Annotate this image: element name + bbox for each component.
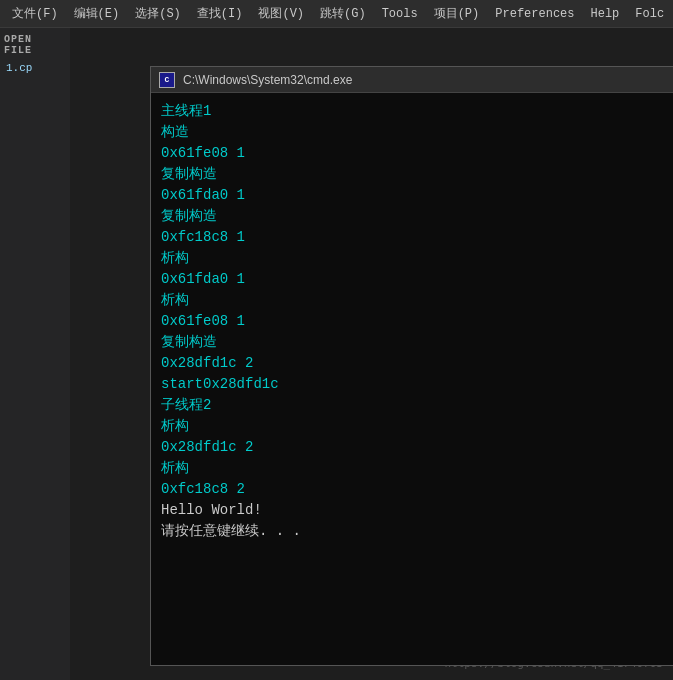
file-panel: OPEN FILE 1.cp bbox=[0, 28, 70, 680]
menu-item-p[interactable]: 项目(P) bbox=[426, 1, 488, 26]
cmd-line: 0x28dfd1c 2 bbox=[161, 353, 673, 374]
cmd-line: 复制构造 bbox=[161, 164, 673, 185]
cmd-line: 构造 bbox=[161, 122, 673, 143]
menu-item-help[interactable]: Help bbox=[583, 3, 628, 25]
cmd-line: 复制构造 bbox=[161, 206, 673, 227]
cmd-line: 析构 bbox=[161, 416, 673, 437]
editor-area: OPEN FILE 1.cp C C:\Windows\System32\cmd… bbox=[0, 28, 673, 680]
cmd-line: 复制构造 bbox=[161, 332, 673, 353]
menu-item-folc[interactable]: Folc bbox=[627, 3, 672, 25]
menubar: 文件(F)编辑(E)选择(S)查找(I)视图(V)跳转(G)Tools项目(P)… bbox=[0, 0, 673, 28]
cmd-line: 析构 bbox=[161, 290, 673, 311]
menu-item-s[interactable]: 选择(S) bbox=[127, 1, 189, 26]
cmd-line: start0x28dfd1c bbox=[161, 374, 673, 395]
file-item[interactable]: 1.cp bbox=[4, 60, 66, 76]
file-panel-title: OPEN FILE bbox=[4, 34, 66, 56]
cmd-line: 0x61fda0 1 bbox=[161, 185, 673, 206]
cmd-line: 0x61fe08 1 bbox=[161, 311, 673, 332]
cmd-line: 析构 bbox=[161, 458, 673, 479]
menu-item-v[interactable]: 视图(V) bbox=[250, 1, 312, 26]
cmd-window: C C:\Windows\System32\cmd.exe 主线程1构造0x61… bbox=[150, 66, 673, 666]
menu-item-i[interactable]: 查找(I) bbox=[189, 1, 251, 26]
main-editor: C C:\Windows\System32\cmd.exe 主线程1构造0x61… bbox=[70, 28, 673, 680]
menu-item-f[interactable]: 文件(F) bbox=[4, 1, 66, 26]
cmd-line: 0x61fda0 1 bbox=[161, 269, 673, 290]
cmd-line: Hello World! bbox=[161, 500, 673, 521]
cmd-titlebar: C C:\Windows\System32\cmd.exe bbox=[151, 67, 673, 93]
menu-item-preferences[interactable]: Preferences bbox=[487, 3, 582, 25]
cmd-icon: C bbox=[159, 72, 175, 88]
menu-item-e[interactable]: 编辑(E) bbox=[66, 1, 128, 26]
cmd-line: 0x28dfd1c 2 bbox=[161, 437, 673, 458]
cmd-line: 0xfc18c8 1 bbox=[161, 227, 673, 248]
cmd-line: 主线程1 bbox=[161, 101, 673, 122]
cmd-line: 析构 bbox=[161, 248, 673, 269]
cmd-line: 0xfc18c8 2 bbox=[161, 479, 673, 500]
cmd-content[interactable]: 主线程1构造0x61fe08 1复制构造0x61fda0 1复制构造0xfc18… bbox=[151, 93, 673, 665]
menu-item-tools[interactable]: Tools bbox=[374, 3, 426, 25]
cmd-line: 请按任意键继续. . . bbox=[161, 521, 673, 542]
cmd-line: 0x61fe08 1 bbox=[161, 143, 673, 164]
menu-item-g[interactable]: 跳转(G) bbox=[312, 1, 374, 26]
cmd-line: 子线程2 bbox=[161, 395, 673, 416]
cmd-title-text: C:\Windows\System32\cmd.exe bbox=[183, 73, 352, 87]
